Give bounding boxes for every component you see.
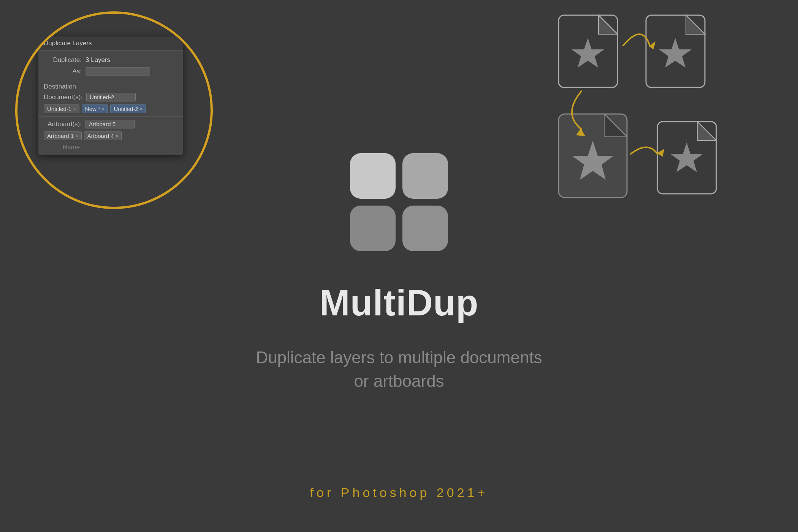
dialog-titlebar: Duplicate Layers [38, 36, 183, 51]
chip-artboard1[interactable]: Artboard 1 × [44, 131, 82, 140]
chip-artboard4-close[interactable]: × [116, 133, 119, 139]
dialog-body: Duplicate: 3 Layers As: Destination Docu… [38, 51, 183, 155]
name-row: Name: [38, 142, 183, 153]
doc4 [657, 122, 716, 194]
divider-1 [38, 79, 183, 79]
svg-marker-11 [670, 142, 703, 172]
artboards-select[interactable]: Artboard 5 [86, 120, 135, 128]
svg-marker-2 [572, 38, 604, 68]
chip-new[interactable]: New * × [82, 104, 108, 113]
as-row: As: [38, 66, 183, 77]
destination-heading: Destination [38, 81, 183, 91]
as-label: As: [44, 68, 86, 75]
arrow-3 [631, 147, 664, 157]
svg-marker-10 [697, 122, 716, 141]
chip-new-close[interactable]: × [102, 106, 105, 112]
artboards-label: Artboard(s): [44, 120, 86, 128]
documents-row: Document(s): Untitled-2 [38, 91, 183, 103]
documents-select[interactable]: Untitled-2 [86, 93, 136, 101]
app-title: MultiDup [320, 282, 479, 324]
chip-untitled2-close[interactable]: × [140, 106, 143, 112]
app-icon-grid [350, 153, 448, 251]
as-input[interactable] [86, 67, 150, 76]
chip-untitled2[interactable]: Untitled-2 × [110, 104, 146, 113]
artboards-row: Artboard(s): Artboard 5 [38, 118, 183, 130]
icon-tile-tl [350, 153, 396, 199]
name-label: Name: [44, 144, 86, 151]
arrow-1 [623, 34, 656, 49]
doc1 [559, 15, 618, 87]
duplicate-label: Duplicate: [44, 56, 86, 64]
icon-tile-bl [350, 206, 396, 251]
chip-artboard4[interactable]: Artboard 4 × [84, 131, 122, 140]
photoshop-label: for Photoshop 2021+ [310, 485, 488, 500]
icon-tile-tr [402, 153, 448, 199]
doc2 [646, 15, 705, 87]
svg-marker-4 [686, 15, 705, 34]
duplicate-row: Duplicate: 3 Layers [38, 54, 183, 66]
chip-untitled1[interactable]: Untitled-1 × [44, 104, 79, 113]
svg-marker-1 [598, 15, 618, 34]
chip-untitled1-close[interactable]: × [73, 106, 76, 112]
doc3 [559, 114, 627, 198]
divider-2 [38, 116, 183, 117]
chip-artboard1-close[interactable]: × [75, 133, 78, 139]
artboard-chips-row: Artboard 1 × Artboard 4 × [38, 130, 183, 142]
app-subtitle: Duplicate layers to multiple documents o… [256, 346, 542, 393]
svg-marker-5 [659, 38, 692, 68]
document-chips-row: Untitled-1 × New * × Untitled-2 × [38, 103, 183, 115]
dialog-title: Duplicate Layers [44, 40, 92, 47]
illustration [547, 8, 775, 236]
dialog-circle: Duplicate Layers Duplicate: 3 Layers As:… [15, 11, 213, 209]
duplicate-value: 3 Layers [86, 56, 110, 64]
dialog-window: Duplicate Layers Duplicate: 3 Layers As:… [38, 36, 183, 155]
icon-tile-br [402, 206, 448, 251]
documents-label: Document(s): [44, 93, 86, 101]
